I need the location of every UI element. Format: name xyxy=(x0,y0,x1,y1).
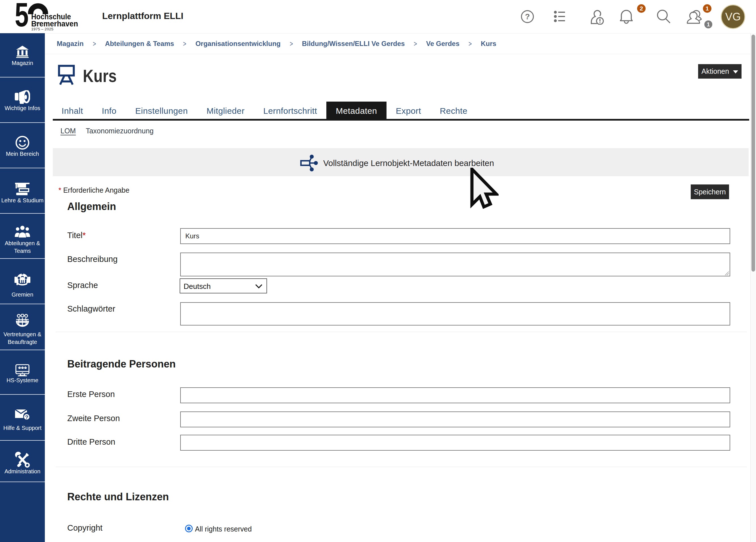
svg-text:1975 – 2025: 1975 – 2025 xyxy=(31,27,54,31)
svg-text:5: 5 xyxy=(15,2,29,32)
svg-text:?: ? xyxy=(525,12,530,21)
svg-text:?: ? xyxy=(25,414,28,420)
